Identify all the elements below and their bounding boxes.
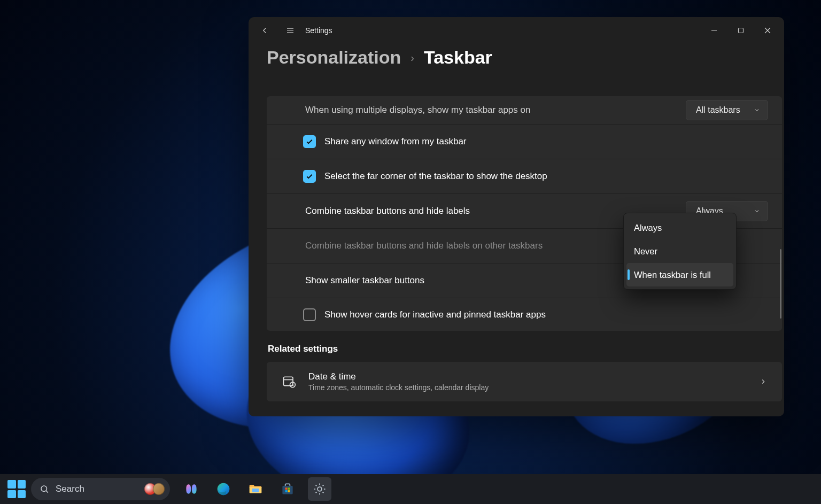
setting-label: When using multiple displays, show my ta… xyxy=(305,105,686,115)
svg-rect-8 xyxy=(288,487,290,490)
related-settings-panel: Date & time Time zones, automatic clock … xyxy=(267,362,782,401)
setting-share-window[interactable]: Share any window from my taskbar xyxy=(267,124,782,159)
chevron-right-icon xyxy=(760,378,767,385)
setting-label: Show hover cards for inactive and pinned… xyxy=(324,309,768,320)
svg-rect-5 xyxy=(252,489,259,492)
chevron-down-icon xyxy=(754,208,760,214)
select-value: All taskbars xyxy=(696,105,740,115)
breadcrumb-current: Taskbar xyxy=(424,47,492,68)
svg-point-3 xyxy=(41,486,47,492)
dropdown-option-when-full[interactable]: When taskbar is full xyxy=(626,263,733,286)
svg-rect-10 xyxy=(288,490,290,492)
svg-rect-0 xyxy=(739,28,743,33)
dropdown-option-always[interactable]: Always xyxy=(626,216,733,239)
svg-point-11 xyxy=(317,487,322,491)
titlebar: Settings xyxy=(249,17,784,44)
related-date-time[interactable]: Date & time Time zones, automatic clock … xyxy=(267,362,782,401)
search-placeholder: Search xyxy=(56,484,84,494)
setting-hover-cards[interactable]: Show hover cards for inactive and pinned… xyxy=(267,298,782,331)
settings-content: When using multiple displays, show my ta… xyxy=(267,96,782,416)
maximize-button[interactable] xyxy=(727,20,754,41)
breadcrumb: Personalization › Taskbar xyxy=(249,44,784,77)
chevron-right-icon: › xyxy=(410,52,414,64)
back-button[interactable] xyxy=(252,20,277,41)
window-title: Settings xyxy=(305,26,332,35)
settings-window: Settings Personalization › Taskbar When … xyxy=(249,17,784,416)
checkbox-unchecked-icon[interactable] xyxy=(303,308,316,321)
nav-menu-button[interactable] xyxy=(277,20,303,41)
breadcrumb-parent[interactable]: Personalization xyxy=(267,47,401,68)
scrollbar[interactable] xyxy=(780,249,781,319)
taskbar-edge[interactable] xyxy=(212,477,235,501)
setting-label: Share any window from my taskbar xyxy=(324,136,768,147)
dropdown-option-never[interactable]: Never xyxy=(626,239,733,263)
chevron-down-icon xyxy=(754,107,760,113)
related-title: Date & time xyxy=(308,371,489,382)
svg-rect-9 xyxy=(285,490,288,492)
taskbar-microsoft-store[interactable] xyxy=(276,477,299,501)
multi-display-select[interactable]: All taskbars xyxy=(686,100,768,120)
checkbox-checked-icon[interactable] xyxy=(303,135,316,148)
setting-far-corner[interactable]: Select the far corner of the taskbar to … xyxy=(267,159,782,193)
combine-dropdown-menu: Always Never When taskbar is full xyxy=(623,213,737,290)
taskbar-settings[interactable] xyxy=(308,477,331,501)
taskbar-copilot[interactable] xyxy=(180,477,203,501)
taskbar-search[interactable]: Search xyxy=(31,478,170,500)
search-highlight-icon xyxy=(144,483,165,495)
checkbox-checked-icon[interactable] xyxy=(303,170,316,183)
svg-rect-6 xyxy=(282,486,292,494)
related-subtitle: Time zones, automatic clock settings, ca… xyxy=(308,383,489,392)
taskbar-file-explorer[interactable] xyxy=(244,477,267,501)
svg-rect-7 xyxy=(285,487,288,490)
setting-label: Select the far corner of the taskbar to … xyxy=(324,171,768,182)
related-settings-heading: Related settings xyxy=(268,344,782,354)
close-button[interactable] xyxy=(754,20,781,41)
minimize-button[interactable] xyxy=(701,20,727,41)
search-icon xyxy=(40,484,49,494)
windows-taskbar: Search xyxy=(0,474,821,504)
date-time-icon xyxy=(282,374,297,389)
svg-rect-1 xyxy=(284,377,293,385)
setting-multi-display: When using multiple displays, show my ta… xyxy=(267,96,782,124)
start-button[interactable] xyxy=(7,480,26,498)
